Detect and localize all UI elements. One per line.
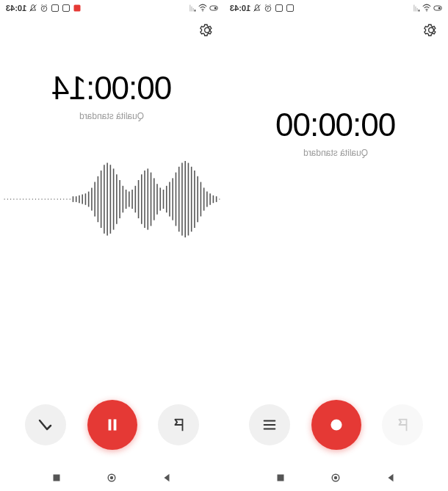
app-icon-2 <box>51 4 59 12</box>
svg-point-88 <box>330 419 342 430</box>
status-time: 10:43 <box>230 4 250 12</box>
svg-point-71 <box>20 198 21 200</box>
svg-point-58 <box>60 198 61 200</box>
recording-indicator-icon <box>73 4 82 12</box>
svg-rect-77 <box>113 419 116 430</box>
timer-block: 00:00:00 Qualità standard <box>224 107 448 159</box>
svg-point-57 <box>63 198 64 200</box>
svg-point-59 <box>57 198 58 200</box>
status-right: 10:43 <box>230 4 295 12</box>
nav-home-button[interactable] <box>106 471 119 484</box>
svg-point-90 <box>334 476 337 479</box>
svg-point-1 <box>214 7 217 10</box>
dnd-icon <box>253 4 261 12</box>
dnd-icon <box>29 4 37 12</box>
navigation-bar <box>0 465 224 491</box>
signal-icon <box>187 4 196 12</box>
app-icon-2 <box>275 4 283 12</box>
record-button[interactable] <box>311 400 361 450</box>
status-bar: 10:43 <box>224 0 448 16</box>
timer-display: 00:00:00 <box>276 107 396 143</box>
signal-icon <box>411 4 420 12</box>
screen-idle: 10:43 00:00:00 Qualità standard <box>224 0 448 491</box>
svg-point-65 <box>38 198 39 200</box>
svg-point-68 <box>29 198 29 200</box>
svg-point-61 <box>51 198 51 200</box>
done-button[interactable] <box>25 404 66 445</box>
svg-point-80 <box>110 476 113 479</box>
svg-point-83 <box>438 7 441 10</box>
waveform-display <box>0 151 224 247</box>
settings-button[interactable] <box>423 22 439 38</box>
voice-assist-icon <box>209 4 218 12</box>
nav-back-button[interactable] <box>161 471 174 484</box>
voice-assist-icon <box>433 4 442 12</box>
svg-point-66 <box>35 198 36 200</box>
svg-rect-78 <box>108 419 111 430</box>
alarm-icon <box>40 4 48 12</box>
controls-row <box>0 400 224 465</box>
menu-button[interactable] <box>249 404 290 445</box>
wifi-icon <box>422 4 431 12</box>
svg-point-76 <box>4 198 5 200</box>
svg-point-55 <box>70 198 71 200</box>
quality-label: Qualità standard <box>303 148 368 158</box>
quality-label: Qualità standard <box>79 111 144 121</box>
svg-point-69 <box>26 198 26 200</box>
wifi-icon <box>198 4 207 12</box>
svg-rect-4 <box>63 5 70 12</box>
controls-row <box>224 400 448 465</box>
status-left <box>411 4 442 12</box>
svg-point-75 <box>7 198 8 200</box>
svg-rect-5 <box>52 5 59 12</box>
svg-point-7 <box>219 198 220 200</box>
status-bar: 10:43 <box>0 0 224 16</box>
nav-back-button[interactable] <box>385 471 398 484</box>
flag-button <box>382 404 423 445</box>
screen-recording: 10:43 00:00:14 Qualità standard <box>0 0 224 491</box>
app-icon <box>62 4 71 12</box>
settings-button[interactable] <box>199 22 215 38</box>
svg-point-62 <box>48 198 48 200</box>
alarm-icon <box>264 4 272 12</box>
svg-rect-85 <box>287 5 294 12</box>
svg-point-2 <box>202 10 203 12</box>
svg-point-60 <box>54 198 54 200</box>
svg-point-63 <box>45 198 46 200</box>
status-time: 10:43 <box>6 4 26 12</box>
nav-recents-button[interactable] <box>275 471 288 484</box>
svg-point-70 <box>23 198 24 200</box>
svg-point-72 <box>16 198 17 200</box>
svg-point-84 <box>426 10 427 12</box>
app-icon <box>286 4 295 12</box>
nav-recents-button[interactable] <box>51 471 64 484</box>
svg-point-67 <box>32 198 33 200</box>
svg-rect-3 <box>74 5 81 12</box>
svg-rect-91 <box>278 475 284 481</box>
timer-block: 00:00:14 Qualità standard <box>0 70 224 122</box>
navigation-bar <box>224 465 448 491</box>
status-left <box>187 4 218 12</box>
svg-point-74 <box>10 198 11 200</box>
pause-button[interactable] <box>87 400 137 450</box>
nav-home-button[interactable] <box>330 471 343 484</box>
svg-point-73 <box>13 198 14 200</box>
svg-point-56 <box>66 198 67 200</box>
svg-rect-86 <box>276 5 283 12</box>
flag-button[interactable] <box>158 404 199 445</box>
timer-display: 00:00:14 <box>52 70 172 107</box>
status-right: 10:43 <box>6 4 82 12</box>
svg-point-64 <box>41 198 42 200</box>
svg-rect-81 <box>54 475 60 481</box>
